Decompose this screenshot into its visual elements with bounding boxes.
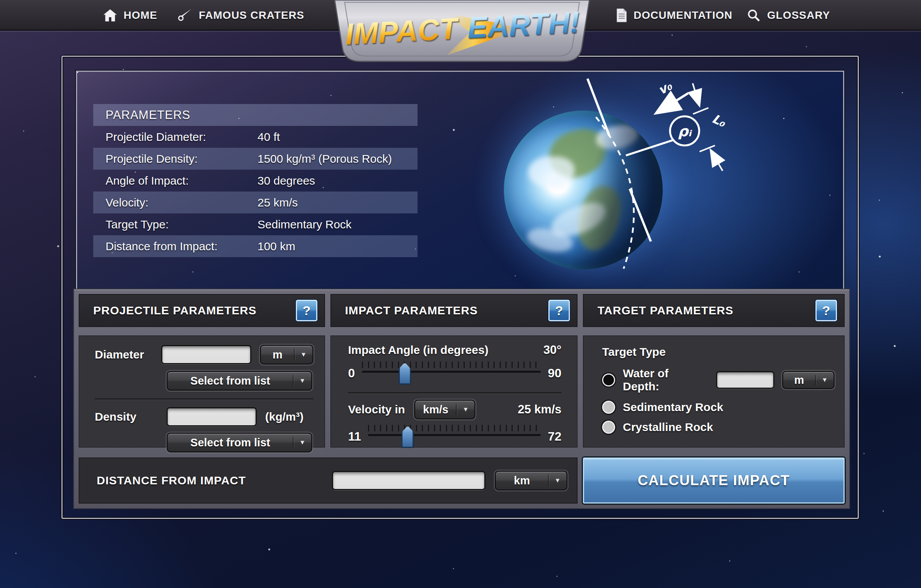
velocity-unit-dropdown[interactable]: km/s ▼ (414, 400, 475, 420)
density-label: Density (95, 410, 158, 423)
slider-ticks (362, 362, 541, 368)
projectile-panel-header: PROJECTILE PARAMETERS ? (79, 294, 325, 327)
chevron-down-icon: ▼ (816, 372, 834, 388)
impact-angle-slider[interactable] (362, 359, 541, 387)
summary-row: Distance from Impact: 100 km (93, 235, 418, 257)
target-help-button[interactable]: ? (815, 300, 837, 321)
projectile-panel-title: PROJECTILE PARAMETERS (93, 304, 257, 317)
magnifier-icon (746, 8, 761, 23)
nav-item-documentation[interactable]: DOCUMENTATION (616, 0, 733, 31)
summary-value: Sedimentary Rock (257, 218, 418, 231)
summary-row: Projectile Density: 1500 kg/m³ (Porous R… (93, 148, 418, 170)
nav-item-famous-craters[interactable]: FAMOUS CRATERS (177, 0, 304, 31)
radio-option-crystalline[interactable]: Crystalline Rock (602, 421, 835, 434)
summary-header: PARAMETERS (93, 104, 418, 126)
summary-title: PARAMETERS (93, 108, 257, 122)
summary-label: Velocity: (93, 196, 257, 209)
velocity-label: Velocity in (348, 403, 405, 416)
radio-label-crystalline: Crystalline Rock (623, 421, 713, 434)
velocity-value: 25 km/s (518, 403, 561, 416)
radio-label-sedimentary: Sedimentary Rock (623, 401, 723, 414)
dimension-arrow-top (693, 83, 699, 105)
dimension-tick-top (693, 108, 708, 114)
water-depth-unit-value: m (783, 372, 815, 388)
summary-value: 25 km/s (257, 196, 418, 209)
summary-value: 40 ft (257, 130, 418, 144)
summary-label: Target Type: (93, 218, 257, 231)
impact-angle-value: 30° (543, 343, 561, 357)
radio-button-crystalline[interactable] (602, 421, 615, 434)
home-icon (103, 8, 117, 22)
hero-section: ρᵢ v₀ L₀ PARAMETERS Projectile Diameter:… (76, 71, 844, 291)
summary-row: Angle of Impact: 30 degrees (93, 170, 418, 192)
diameter-unit-dropdown[interactable]: m ▼ (260, 345, 314, 365)
diameter-unit-value: m (261, 346, 294, 363)
slider-ticks (368, 425, 541, 431)
radio-label-water: Water of Depth: (623, 367, 703, 393)
water-depth-input[interactable] (716, 371, 774, 389)
distance-label: DISTANCE FROM IMPACT (97, 474, 246, 487)
nav-label: FAMOUS CRATERS (199, 9, 304, 21)
radio-option-water[interactable]: Water of Depth: m ▼ (602, 367, 835, 393)
density-input[interactable] (167, 407, 257, 426)
density-preset-label: Select from list (168, 434, 293, 451)
diameter-symbol: L₀ (710, 111, 729, 130)
target-panel-title: TARGET PARAMETERS (597, 304, 733, 317)
distance-input[interactable] (332, 471, 485, 490)
chevron-down-icon: ▼ (295, 346, 312, 363)
nav-label: DOCUMENTATION (634, 9, 733, 21)
velocity-symbol: v₀ (656, 78, 675, 97)
summary-row: Target Type: Sedimentary Rock (93, 213, 418, 235)
nav-item-glossary[interactable]: GLOSSARY (746, 0, 830, 31)
angle-min-label: 0 (348, 366, 355, 380)
calculate-impact-button[interactable]: CALCULATE IMPACT (583, 458, 845, 504)
nav-item-home[interactable]: HOME (103, 0, 157, 31)
earth-terminator-shade (504, 111, 663, 269)
summary-value: 1500 kg/m³ (Porous Rock) (257, 152, 418, 165)
distance-unit-value: km (496, 472, 548, 489)
projectile-circle (670, 116, 699, 145)
panel-divider (95, 398, 314, 400)
diameter-input[interactable] (161, 345, 251, 364)
target-panel-header: TARGET PARAMETERS ? (583, 294, 845, 327)
nav-label: HOME (124, 9, 157, 21)
impact-help-button[interactable]: ? (548, 300, 570, 321)
target-type-group-label: Target Type (602, 345, 835, 358)
app-background: HOME FAMOUS CRATERS DOCUMENTATION GLOSSA… (0, 0, 921, 588)
chevron-down-icon: ▼ (294, 434, 311, 451)
target-panel-body: Target Type Water of Depth: m ▼ Sediment… (583, 335, 845, 448)
radio-button-sedimentary[interactable] (602, 401, 615, 414)
dimension-tick-bottom (700, 145, 715, 152)
diameter-label: Diameter (95, 348, 153, 361)
distance-unit-dropdown[interactable]: km ▼ (495, 471, 568, 491)
velocity-min-label: 11 (348, 429, 361, 444)
velocity-unit-value: km/s (415, 401, 456, 418)
summary-row: Velocity: 25 km/s (93, 192, 418, 213)
slider-track[interactable] (368, 434, 541, 436)
density-preset-dropdown[interactable]: Select from list ▼ (167, 433, 312, 453)
velocity-slider[interactable] (368, 423, 541, 450)
logo-word-impact: IMPACT (344, 12, 460, 51)
summary-label: Projectile Diameter: (93, 130, 257, 144)
diameter-preset-dropdown[interactable]: Select from list ▼ (167, 371, 312, 391)
water-depth-unit-dropdown[interactable]: m ▼ (782, 371, 835, 389)
nav-label: GLOSSARY (767, 9, 830, 21)
summary-row: Projectile Diameter: 40 ft (93, 126, 418, 148)
dimension-arrow-bottom (711, 151, 723, 171)
chevron-down-icon: ▼ (549, 472, 566, 489)
distance-from-impact-bar: DISTANCE FROM IMPACT km ▼ (79, 458, 578, 504)
velocity-max-label: 72 (548, 429, 561, 444)
parameters-summary: PARAMETERS Projectile Diameter: 40 ft Pr… (93, 104, 418, 257)
logo-word-earth: EARTH! (466, 5, 580, 45)
radio-button-water[interactable] (602, 373, 615, 386)
density-symbol: ρᵢ (678, 123, 692, 140)
projectile-panel-body: Diameter m ▼ Select from list ▼ Density … (79, 335, 325, 448)
impact-panel-title: IMPACT PARAMETERS (345, 304, 478, 317)
summary-value: 100 km (257, 240, 418, 253)
angle-max-label: 90 (548, 366, 561, 380)
radio-option-sedimentary[interactable]: Sedimentary Rock (602, 401, 835, 414)
projectile-help-button[interactable]: ? (296, 300, 317, 321)
velocity-arrow (657, 93, 688, 112)
diameter-preset-label: Select from list (168, 372, 293, 390)
slider-track[interactable] (362, 371, 541, 373)
